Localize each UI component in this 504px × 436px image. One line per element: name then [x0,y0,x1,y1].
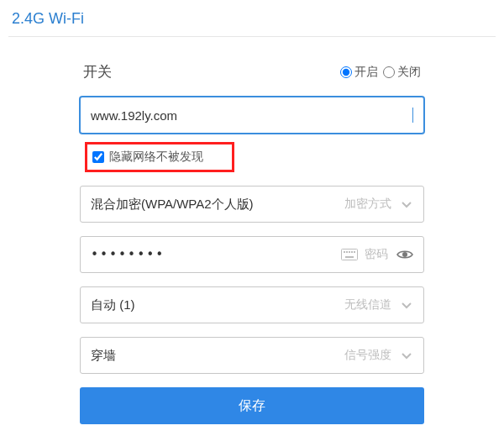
svg-rect-1 [344,251,345,253]
svg-rect-6 [345,256,354,258]
encryption-hint: 加密方式 [344,197,391,212]
signal-value: 穿墙 [91,348,338,364]
switch-off-option[interactable]: 关闭 [383,65,421,80]
ssid-field[interactable]: www.192ly.com [80,97,424,134]
password-field[interactable]: •••••••• 密码 [80,236,424,273]
switch-on-label: 开启 [354,65,378,80]
chevron-down-icon [400,197,413,211]
switch-row: 开关 开启 关闭 [80,62,424,97]
hide-network-label: 隐藏网络不被发现 [109,150,203,165]
text-caret [412,108,413,123]
ssid-value: www.192ly.com [91,108,412,123]
eye-icon[interactable] [396,249,413,260]
chevron-down-icon [400,349,413,362]
save-button[interactable]: 保存 [80,387,424,424]
switch-off-label: 关闭 [397,65,421,80]
password-value: •••••••• [91,247,333,262]
password-hint: 密码 [365,247,388,262]
divider [8,36,496,37]
switch-off-radio[interactable] [383,66,395,78]
signal-select[interactable]: 穿墙 信号强度 [80,337,424,374]
switch-radio-group: 开启 关闭 [340,65,421,80]
switch-on-radio[interactable] [340,66,352,78]
svg-point-7 [402,252,407,257]
svg-rect-2 [346,251,348,253]
svg-rect-3 [349,251,350,253]
switch-label: 开关 [83,62,112,81]
channel-select[interactable]: 自动 (1) 无线信道 [80,286,424,323]
hide-network-input[interactable] [92,151,104,163]
signal-hint: 信号强度 [344,348,391,363]
page-title: 2.4G Wi-Fi [0,0,504,36]
svg-rect-4 [351,251,353,253]
encryption-value: 混合加密(WPA/WPA2个人版) [91,197,338,213]
channel-hint: 无线信道 [344,297,391,313]
wifi-form: 开关 开启 关闭 www.192ly.com 隐藏网络不被发现 混合加密(WPA… [80,62,424,424]
keyboard-icon[interactable] [341,249,358,260]
svg-rect-0 [342,250,358,260]
hide-network-checkbox[interactable]: 隐藏网络不被发现 [85,142,234,172]
svg-rect-5 [354,251,355,253]
switch-on-option[interactable]: 开启 [340,65,378,80]
channel-value: 自动 (1) [91,297,338,313]
encryption-select[interactable]: 混合加密(WPA/WPA2个人版) 加密方式 [80,186,424,223]
chevron-down-icon [400,298,413,312]
